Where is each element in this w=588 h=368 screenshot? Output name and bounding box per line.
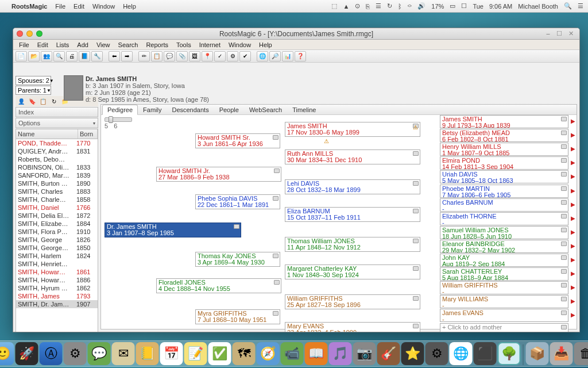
camera-icon[interactable] xyxy=(561,144,567,149)
index-row[interactable]: SMITH, Delia El…1872 xyxy=(16,212,98,220)
pedigree-node[interactable]: Elmira POND14 Feb 1811–3 Sep 1904 xyxy=(440,156,568,170)
pedigree-node[interactable]: Dr. James SMITH3 Jan 1907–8 Sep 1985 xyxy=(105,223,241,237)
menu-edit[interactable]: Edit xyxy=(34,41,52,49)
messages-icon[interactable]: 💬 xyxy=(88,342,111,365)
camera-icon[interactable] xyxy=(274,280,280,285)
preferences-icon[interactable]: ⚙ xyxy=(425,342,448,365)
downloads-icon[interactable]: 📥 xyxy=(550,342,573,365)
contacts-icon[interactable]: 📒 xyxy=(136,342,159,365)
toolbar-open-icon[interactable]: 📂 xyxy=(28,51,40,62)
index-row[interactable]: SMITH, Charle…1858 xyxy=(16,195,98,204)
camera-icon[interactable] xyxy=(561,228,567,232)
toolbar-btn-icon[interactable]: ✓ xyxy=(214,51,226,62)
menu-view[interactable]: View xyxy=(93,41,114,49)
toolbar-back-icon[interactable]: ⬅ xyxy=(109,51,120,62)
status-icon[interactable]: ▲ xyxy=(343,3,349,10)
pedigree-node[interactable]: + Click to add mother xyxy=(440,323,568,333)
pedigree-node[interactable]: Mary WILLIAMS- xyxy=(440,295,568,308)
camera-icon[interactable] xyxy=(561,214,567,218)
index-row[interactable]: SMITH, Henriet… xyxy=(16,260,98,268)
toolbar-btn-icon[interactable]: 🌐 xyxy=(257,51,268,62)
itunes-icon[interactable]: 🎵 xyxy=(329,342,352,365)
terminal-icon[interactable]: ⬛ xyxy=(474,342,497,365)
pedigree-node[interactable]: Charles BARNUM- xyxy=(440,198,568,212)
pedigree-node[interactable]: Eliza BARNUM15 Oct 1837–11 Feb 1911 xyxy=(285,207,420,222)
notification-icon[interactable]: ☰ xyxy=(578,2,583,10)
settings-icon[interactable]: ⚙ xyxy=(64,342,87,365)
index-row[interactable]: QUIGLEY, Andr…1831 xyxy=(16,147,98,155)
col-born[interactable]: Born xyxy=(78,129,98,139)
index-row[interactable]: SMITH, Flora P…1910 xyxy=(16,228,98,236)
maps-icon[interactable]: 🗺 xyxy=(233,342,256,365)
camera-icon[interactable] xyxy=(413,239,419,243)
index-row[interactable]: SANFORD, Mar…1839 xyxy=(16,171,98,179)
menu-add[interactable]: Add xyxy=(74,41,92,49)
pedigree-node[interactable]: Samuel William JONES18 Jun 1828–5 Jun 19… xyxy=(440,226,568,239)
toolbar-new-icon[interactable]: 📄 xyxy=(16,51,27,62)
index-row[interactable]: SMITH, Burton …1890 xyxy=(16,179,98,187)
index-list[interactable]: POND, Thadde…1770QUIGLEY, Andr…1831Rober… xyxy=(16,139,98,332)
index-row[interactable]: Roberts, Debo… xyxy=(16,155,98,163)
pedigree-node[interactable]: Uriah DAVIS5 May 1805–18 Oct 1863 xyxy=(440,170,568,183)
mac-menu-window[interactable]: Window xyxy=(92,3,115,10)
expand-ancestor-icon[interactable]: ▶ xyxy=(571,312,575,318)
mac-menu-edit[interactable]: Edit xyxy=(74,3,84,10)
trash-icon[interactable]: 🗑 xyxy=(574,342,589,365)
camera-icon[interactable] xyxy=(274,168,280,173)
toolbar-btn-icon[interactable]: 📊 xyxy=(282,51,293,62)
pedigree-node[interactable]: Elizabeth THORNE- xyxy=(440,212,568,225)
clock-time[interactable]: 9:06 AM xyxy=(489,3,512,10)
toolbar-search-icon[interactable]: 🔍 xyxy=(53,51,65,62)
mail-icon[interactable]: ✉ xyxy=(112,342,135,365)
camera-icon[interactable] xyxy=(561,131,567,135)
toolbar-btn-icon[interactable]: 📍 xyxy=(202,51,213,62)
pedigree-node[interactable]: Howard SMITH Sr.3 Jun 1861–6 Apr 1936 xyxy=(195,133,280,148)
camera-icon[interactable] xyxy=(561,297,567,301)
expand-ancestor-icon[interactable]: ▶ xyxy=(571,173,575,179)
ibooks-icon[interactable]: 📖 xyxy=(305,342,328,365)
camera-icon[interactable] xyxy=(561,200,567,205)
expand-ancestor-icon[interactable]: ▶ xyxy=(571,243,575,249)
camera-icon[interactable] xyxy=(413,181,419,186)
tab-descendants[interactable]: Descendants xyxy=(167,105,214,115)
menu-reports[interactable]: Reports xyxy=(142,41,172,49)
index-refresh-icon[interactable]: ↻ xyxy=(49,97,59,105)
mac-app-name[interactable]: RootsMagic xyxy=(11,3,47,10)
pedigree-node[interactable]: William GRIFFITHS25 Apr 1827–18 Sep 1896 xyxy=(285,294,420,309)
expand-ancestor-icon[interactable]: ▶ xyxy=(571,256,575,263)
user-name[interactable]: Michael Booth xyxy=(518,3,558,10)
pedigree-node[interactable]: Phoebe MARTIN7 May 1806–6 Feb 1905 xyxy=(440,185,568,198)
camera-icon[interactable] xyxy=(234,224,239,229)
notes-icon[interactable]: 📝 xyxy=(184,342,207,365)
index-row[interactable]: SMITH, Dr. Jam…1907 xyxy=(16,300,98,308)
status-icon[interactable]: ☰ xyxy=(376,2,381,10)
menu-tools[interactable]: Tools xyxy=(173,41,195,49)
tab-family[interactable]: Family xyxy=(138,105,167,115)
camera-icon[interactable] xyxy=(561,310,567,315)
spouses-combo[interactable]: Spouses: 2 ▼ xyxy=(16,76,51,85)
launchpad-icon[interactable]: 🚀 xyxy=(16,342,38,365)
expand-ancestor-icon[interactable]: ▶ xyxy=(571,229,575,235)
toolbar-forward-icon[interactable]: ➡ xyxy=(121,51,133,62)
expand-ancestor-icon[interactable]: ▶ xyxy=(571,215,575,221)
expand-ancestor-icon[interactable]: ▶ xyxy=(571,298,575,304)
pedigree-node[interactable]: Ruth Ann MILLS30 Mar 1834–31 Dec 1910 xyxy=(285,150,420,164)
battery-icon[interactable]: ▭ xyxy=(450,2,455,10)
toolbar-btn-icon[interactable]: 📋 xyxy=(151,51,163,62)
rootsmagic-icon[interactable]: 🌳 xyxy=(498,342,521,365)
toolbar-people-icon[interactable]: 👥 xyxy=(41,51,52,62)
camera-icon[interactable] xyxy=(413,209,419,213)
garageband-icon[interactable]: 🎸 xyxy=(377,342,400,365)
menu-window[interactable]: Window xyxy=(225,41,254,49)
expand-ancestor-icon[interactable]: ▶ xyxy=(571,284,575,290)
expand-ancestor-icon[interactable]: ▶ xyxy=(571,270,575,277)
status-icon[interactable]: ↻ xyxy=(387,2,392,10)
index-row[interactable]: SMITH, Harlem1824 xyxy=(16,252,98,260)
pedigree-node[interactable]: Betsy (Elizabeth) MEAD6 Feb 1802–8 Oct 1… xyxy=(440,129,568,142)
camera-icon[interactable] xyxy=(413,296,419,301)
camera-icon[interactable] xyxy=(561,186,567,191)
toolbar-btn-icon[interactable]: 💬 xyxy=(164,51,175,62)
camera-icon[interactable] xyxy=(273,254,278,258)
warning-icon[interactable]: ⚠ xyxy=(413,124,420,131)
photobooth-icon[interactable]: 📷 xyxy=(353,342,376,365)
